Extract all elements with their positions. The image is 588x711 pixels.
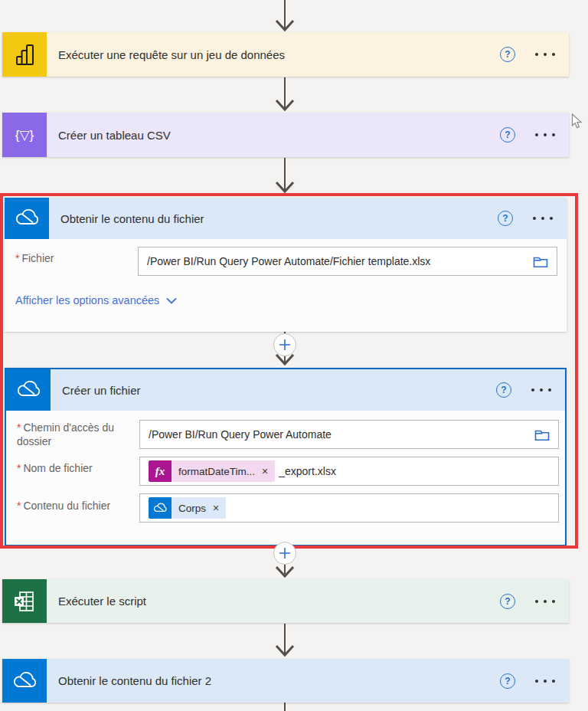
connector-arrow <box>270 158 300 194</box>
file-input[interactable]: /Power BI/Run Query Power Automate/Fichi… <box>138 247 557 276</box>
help-icon[interactable]: ? <box>500 127 515 143</box>
action-card-get-file-content[interactable]: Obtenir le contenu du fichier ? *Fichier… <box>5 198 567 332</box>
file-content-input[interactable]: Corps × <box>139 493 559 523</box>
folder-picker-icon[interactable] <box>534 427 550 442</box>
folder-path-input[interactable]: /Power BI/Run Query Power Automate <box>139 420 559 449</box>
field-label-nom-fichier: *Nom de fichier <box>17 461 136 475</box>
onedrive-icon <box>2 659 47 703</box>
action-card-create-file[interactable]: Créer un fichier ? *Chemin d'accès du do… <box>5 368 567 546</box>
connector-line <box>270 703 300 711</box>
dynamic-content-chip-label: Corps <box>178 503 206 514</box>
ellipsis-menu-icon[interactable] <box>535 680 555 683</box>
ellipsis-menu-icon[interactable] <box>533 217 553 221</box>
required-marker: * <box>17 462 21 474</box>
help-icon[interactable]: ? <box>498 211 513 226</box>
folder-path-value: /Power BI/Run Query Power Automate <box>149 428 534 441</box>
action-title: Créer un fichier <box>51 384 565 397</box>
action-title: Obtenir le contenu du fichier 2 <box>47 674 569 687</box>
action-title: Créer un tableau CSV <box>47 129 569 142</box>
required-marker: * <box>17 421 21 434</box>
action-card-run-script[interactable]: Exécuter le script ? <box>2 579 569 623</box>
dynamic-content-chip[interactable]: Corps × <box>149 497 226 519</box>
onedrive-icon <box>5 198 49 239</box>
insert-step-button[interactable] <box>273 333 296 356</box>
help-icon[interactable]: ? <box>500 47 515 62</box>
field-label-fichier: *Fichier <box>15 251 135 265</box>
filename-suffix-text: _export.xlsx <box>279 465 550 477</box>
expression-chip[interactable]: fx formatDateTim... × <box>149 460 275 482</box>
chip-close-icon[interactable]: × <box>213 502 219 514</box>
insert-step-button[interactable] <box>273 542 296 565</box>
connector-arrow <box>270 624 300 657</box>
help-icon[interactable]: ? <box>500 673 515 689</box>
chevron-down-icon <box>166 297 177 304</box>
action-card-create-csv[interactable]: {▽} Créer un tableau CSV ? <box>2 113 569 157</box>
field-label-contenu: *Contenu du fichier <box>17 499 136 513</box>
ellipsis-menu-icon[interactable] <box>531 388 551 392</box>
action-card-get-file-content-2[interactable]: Obtenir le contenu du fichier 2 ? <box>2 659 569 703</box>
data-operation-icon: {▽} <box>2 113 47 157</box>
filename-input[interactable]: fx formatDateTim... × _export.xlsx <box>139 457 559 486</box>
help-icon[interactable]: ? <box>500 594 515 609</box>
ellipsis-menu-icon[interactable] <box>535 133 555 137</box>
field-label-chemin: *Chemin d'accès du dossier <box>17 421 136 448</box>
connector-arrow <box>270 77 300 112</box>
onedrive-icon <box>149 497 172 519</box>
file-path-value: /Power BI/Run Query Power Automate/Fichi… <box>147 255 532 267</box>
mouse-cursor <box>571 113 583 129</box>
ellipsis-menu-icon[interactable] <box>535 600 555 604</box>
fx-expression-icon: fx <box>149 460 172 482</box>
powerbi-icon <box>2 32 47 77</box>
action-card-run-query[interactable]: Exécuter une requête sur un jeu de donné… <box>2 32 569 77</box>
action-title: Obtenir le contenu du fichier <box>49 212 567 225</box>
flow-canvas: Exécuter une requête sur un jeu de donné… <box>0 0 588 711</box>
chip-close-icon[interactable]: × <box>262 465 268 477</box>
expression-chip-label: formatDateTim... <box>178 466 255 477</box>
folder-picker-icon[interactable] <box>532 254 549 269</box>
excel-icon <box>2 579 47 623</box>
onedrive-icon <box>6 369 51 411</box>
connector-arrow <box>270 0 300 32</box>
ellipsis-menu-icon[interactable] <box>535 53 555 57</box>
action-title: Exécuter le script <box>47 595 569 608</box>
help-icon[interactable]: ? <box>496 382 511 398</box>
required-marker: * <box>17 500 21 512</box>
required-marker: * <box>15 252 19 264</box>
advanced-options-link[interactable]: Afficher les options avancées <box>15 294 177 306</box>
action-title: Exécuter une requête sur un jeu de donné… <box>47 48 569 61</box>
